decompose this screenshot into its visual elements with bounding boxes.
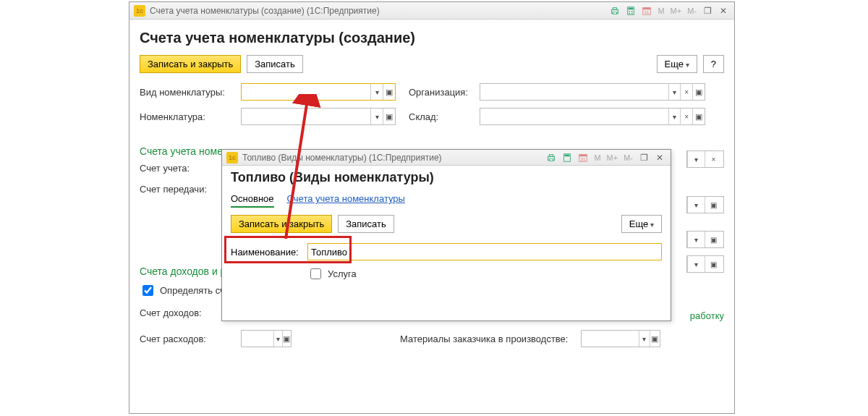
clear-icon[interactable]: ×	[680, 84, 692, 100]
name-input[interactable]	[308, 244, 661, 260]
service-checkbox[interactable]	[310, 268, 321, 279]
app-logo-icon: 1c	[134, 5, 145, 17]
mminus-button[interactable]: M-	[686, 7, 698, 15]
restore-icon[interactable]: ❐	[701, 4, 714, 17]
save-button[interactable]: Записать	[247, 55, 303, 73]
close-icon[interactable]: ✕	[653, 151, 666, 164]
calendar-icon[interactable]: 31	[640, 4, 653, 17]
print-icon[interactable]	[545, 151, 558, 164]
open-icon[interactable]: ▣	[650, 331, 660, 347]
organization-field[interactable]: ▾ × ▣	[480, 83, 705, 101]
sklad-input[interactable]	[480, 109, 668, 124]
tab-main[interactable]: Основное	[231, 191, 274, 208]
mminus-button[interactable]: M-	[622, 153, 634, 162]
help-button[interactable]: ?	[703, 55, 724, 73]
svg-rect-1	[613, 7, 617, 9]
popup-save-and-close-button[interactable]: Записать и закрыть	[231, 215, 332, 233]
open-icon[interactable]: ▣	[282, 331, 291, 347]
dropdown-icon[interactable]: ▾	[370, 84, 383, 100]
vid-nomenklatury-label: Вид номенклатуры:	[140, 87, 241, 98]
nomenklatura-label: Номенклатура:	[140, 111, 241, 122]
page-title: Счета учета номенклатуры (создание)	[140, 30, 724, 46]
popup-tabs: Основное Счета учета номенклатуры	[231, 191, 662, 208]
service-label: Услуга	[328, 268, 357, 279]
popup-page-title: Топливо (Виды номенклатуры)	[231, 170, 662, 185]
hidden-field-1[interactable]: ▾×	[686, 150, 724, 168]
svg-text:31: 31	[581, 156, 586, 161]
dropdown-icon[interactable]: ▾	[668, 84, 681, 100]
main-title: Счета учета номенклатуры (создание) (1С:…	[150, 6, 608, 16]
popup-title: Топливо (Виды номенклатуры) (1С:Предприя…	[242, 153, 545, 163]
popup-more-button[interactable]: Еще	[621, 215, 662, 233]
annotation-highlight	[224, 236, 352, 263]
close-icon[interactable]: ✕	[717, 4, 730, 17]
open-icon[interactable]: ▣	[383, 84, 395, 100]
svg-rect-14	[550, 158, 553, 161]
expense-account-input[interactable]	[242, 331, 273, 347]
name-field[interactable]	[307, 243, 662, 260]
print-icon[interactable]	[608, 4, 621, 17]
dropdown-icon[interactable]: ▾	[370, 109, 383, 124]
svg-point-6	[631, 11, 633, 12]
svg-rect-4	[629, 7, 634, 9]
dropdown-icon[interactable]: ▾	[273, 331, 282, 347]
tab-accounts[interactable]: Счета учета номенклатуры	[287, 191, 405, 208]
calendar-icon[interactable]: 31	[576, 151, 590, 164]
hidden-field-2[interactable]: ▾▣	[686, 196, 724, 213]
materials-customer-production-field[interactable]: ▾ ▣	[581, 330, 660, 347]
m-button[interactable]: M	[592, 153, 602, 162]
popup-save-button[interactable]: Записать	[338, 215, 394, 233]
organization-input[interactable]	[480, 84, 668, 100]
calculator-icon[interactable]	[561, 151, 574, 164]
m-button[interactable]: M	[656, 7, 665, 15]
mplus-button[interactable]: M+	[669, 7, 684, 15]
open-icon[interactable]: ▣	[692, 109, 705, 124]
dropdown-icon[interactable]: ▾	[639, 331, 650, 347]
more-button[interactable]: Еще	[657, 55, 697, 73]
vid-nomenklatury-field[interactable]: ▾ ▣	[241, 83, 396, 101]
dropdown-icon[interactable]: ▾	[668, 109, 681, 124]
restore-icon[interactable]: ❐	[637, 151, 650, 164]
svg-rect-13	[550, 154, 553, 156]
sklad-label: Склад:	[409, 111, 480, 122]
mplus-button[interactable]: M+	[605, 153, 620, 162]
auto-accounts-checkbox[interactable]	[142, 285, 153, 296]
open-icon[interactable]: ▣	[692, 84, 705, 100]
svg-point-5	[629, 11, 631, 12]
materials-customer-production-input[interactable]	[582, 331, 639, 347]
popup-titlebar: 1c Топливо (Виды номенклатуры) (1С:Предп…	[222, 150, 671, 166]
clear-icon[interactable]: ×	[680, 109, 692, 124]
svg-rect-16	[565, 154, 570, 156]
nomenklatura-input[interactable]	[242, 109, 370, 124]
main-titlebar: 1c Счета учета номенклатуры (создание) (…	[129, 2, 734, 20]
materials-customer-production-label: Материалы заказчика в производстве:	[400, 334, 581, 344]
svg-text:31: 31	[644, 9, 650, 14]
expense-account-field[interactable]: ▾ ▣	[241, 330, 292, 347]
popup-window: 1c Топливо (Виды номенклатуры) (1С:Предп…	[221, 149, 671, 321]
main-toolbar: Записать и закрыть Записать Еще ?	[140, 55, 724, 73]
svg-rect-2	[613, 12, 617, 14]
save-and-close-button[interactable]: Записать и закрыть	[140, 55, 241, 73]
app-logo-icon: 1c	[226, 152, 238, 164]
sklad-field[interactable]: ▾ × ▣	[480, 108, 705, 125]
expense-account-label: Счет расходов:	[140, 334, 241, 344]
calculator-icon[interactable]	[624, 4, 637, 17]
organization-label: Организация:	[409, 87, 480, 98]
hidden-field-4[interactable]: ▾▣	[686, 255, 724, 273]
svg-point-8	[631, 12, 633, 14]
hidden-field-3[interactable]: ▾▣	[686, 231, 724, 248]
nomenklatura-field[interactable]: ▾ ▣	[241, 108, 396, 125]
vid-nomenklatury-input[interactable]	[242, 84, 370, 100]
open-icon[interactable]: ▣	[383, 109, 395, 124]
svg-point-7	[629, 12, 631, 14]
processing-text-fragment: работку	[690, 310, 724, 321]
